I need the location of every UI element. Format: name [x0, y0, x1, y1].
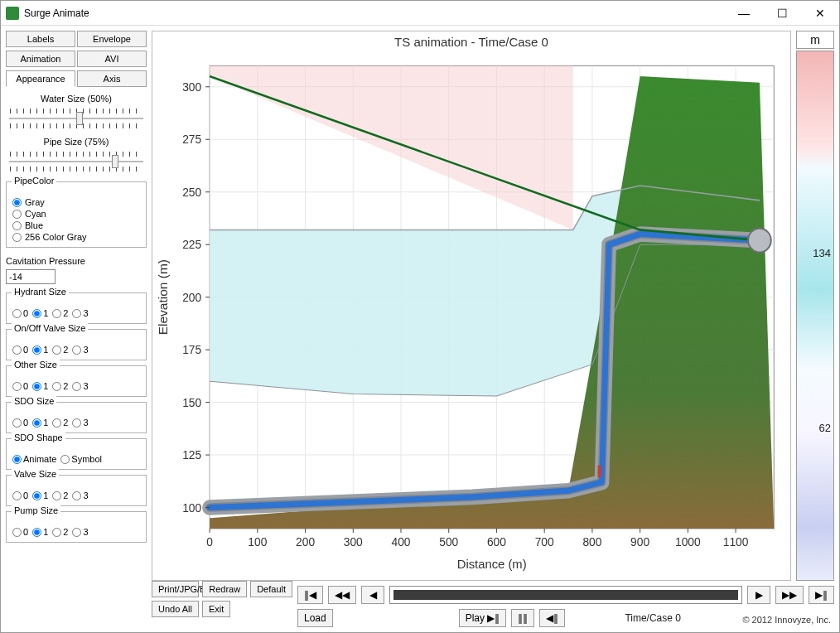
option-3[interactable]: 3: [71, 527, 88, 537]
option-1[interactable]: 1: [31, 308, 48, 318]
option-2[interactable]: 2: [51, 490, 68, 500]
timeline-scrubber[interactable]: [389, 586, 742, 604]
default-button[interactable]: Default: [250, 581, 292, 597]
pipecolor-option-cyan[interactable]: Cyan: [12, 209, 141, 219]
colorbar-label: 134: [813, 247, 831, 259]
cavitation-label: Cavitation Pressure: [6, 256, 147, 266]
option-2[interactable]: 2: [51, 381, 68, 391]
tab-avi[interactable]: AVI: [77, 51, 147, 67]
copyright-text: © 2012 Innovyze, Inc.: [742, 611, 834, 625]
chart: TS animation - Time/Case 0 0100200300400…: [152, 31, 791, 581]
load-button[interactable]: Load: [297, 609, 333, 627]
ff-button[interactable]: ▶▶: [775, 586, 804, 604]
tab-animation[interactable]: Animation: [6, 51, 75, 67]
svg-point-25: [748, 229, 771, 253]
titlebar: Surge Animate — ☐ ✕: [1, 1, 839, 26]
option-3[interactable]: 3: [71, 490, 88, 500]
pipecolor-option-gray[interactable]: Gray: [12, 197, 141, 207]
option-3[interactable]: 3: [71, 381, 88, 391]
svg-text:500: 500: [439, 534, 458, 548]
svg-text:1100: 1100: [723, 534, 749, 548]
pipecolor-option-256-color-gray[interactable]: 256 Color Gray: [12, 232, 141, 242]
option-0[interactable]: 0: [12, 308, 28, 318]
option-2[interactable]: 2: [51, 345, 68, 355]
svg-text:225: 225: [182, 238, 201, 251]
group-on-off-valve-size: On/Off Valve Size0123: [6, 329, 147, 360]
left-panel: Labels Envelope Animation AVI Appearance…: [6, 31, 147, 627]
svg-text:200: 200: [182, 291, 201, 304]
pipe-size-slider[interactable]: [6, 150, 147, 173]
minimize-button[interactable]: —: [725, 1, 763, 26]
time-case-status: Time/Case 0: [625, 612, 681, 624]
print-button[interactable]: Print/JPG/BMP: [152, 581, 199, 597]
svg-text:175: 175: [182, 343, 201, 356]
maximize-button[interactable]: ☐: [763, 1, 801, 26]
svg-text:300: 300: [182, 80, 201, 94]
group-pump-size: Pump Size0123: [6, 511, 147, 543]
rewind-button[interactable]: ◀◀: [328, 586, 356, 604]
last-button[interactable]: ▶‖: [809, 586, 834, 604]
prev-button[interactable]: ◀: [361, 586, 384, 604]
svg-text:100: 100: [182, 500, 201, 514]
option-1[interactable]: 1: [31, 381, 48, 391]
group-legend: Pump Size: [12, 505, 60, 515]
svg-text:700: 700: [535, 534, 554, 548]
play-button[interactable]: Play ▶‖: [459, 609, 507, 627]
option-0[interactable]: 0: [12, 527, 28, 537]
option-3[interactable]: 3: [71, 345, 88, 355]
water-size-label: Water Size (50%): [6, 94, 147, 104]
colorbar: m 13462: [796, 31, 834, 581]
next-button[interactable]: ▶: [747, 586, 770, 604]
svg-text:100: 100: [248, 534, 267, 548]
svg-text:0: 0: [206, 534, 213, 548]
option-3[interactable]: 3: [71, 418, 88, 428]
first-button[interactable]: ‖◀: [297, 586, 323, 604]
app-window: Surge Animate — ☐ ✕ Labels Envelope Anim…: [0, 0, 840, 633]
colorbar-unit: m: [796, 31, 834, 49]
option-2[interactable]: 2: [51, 418, 68, 428]
option-1[interactable]: 1: [31, 527, 48, 537]
svg-text:600: 600: [487, 534, 506, 548]
pipecolor-group: PipeColor Gray Cyan Blue 256 Color Gray: [6, 181, 147, 248]
tab-axis[interactable]: Axis: [77, 70, 147, 87]
svg-text:250: 250: [182, 186, 201, 199]
svg-text:1000: 1000: [675, 534, 701, 548]
undoall-button[interactable]: Undo All: [152, 601, 199, 617]
close-button[interactable]: ✕: [801, 1, 839, 26]
pause-button[interactable]: ‖‖: [511, 609, 534, 627]
option-1[interactable]: 1: [31, 418, 48, 428]
cavitation-input[interactable]: [6, 269, 56, 284]
svg-rect-26: [598, 466, 601, 477]
main-panel: TS animation - Time/Case 0 0100200300400…: [152, 31, 834, 627]
option-1[interactable]: 1: [31, 490, 48, 500]
stepback-button[interactable]: ◀‖: [539, 609, 565, 627]
option-0[interactable]: 0: [12, 381, 28, 391]
option-0[interactable]: 0: [12, 418, 28, 428]
option-3[interactable]: 3: [71, 308, 88, 318]
tab-labels[interactable]: Labels: [6, 31, 75, 47]
window-title: Surge Animate: [24, 7, 725, 19]
option-0[interactable]: 0: [12, 490, 28, 500]
option-2[interactable]: 2: [51, 527, 68, 537]
tab-appearance[interactable]: Appearance: [6, 70, 75, 87]
app-icon: [6, 7, 19, 20]
svg-text:800: 800: [582, 534, 601, 548]
option-0[interactable]: 0: [12, 345, 28, 355]
svg-text:900: 900: [630, 534, 649, 548]
pipecolor-option-blue[interactable]: Blue: [12, 220, 141, 230]
colorbar-label: 62: [819, 422, 831, 434]
option-animate[interactable]: Animate: [12, 454, 56, 464]
option-1[interactable]: 1: [31, 345, 48, 355]
exit-button[interactable]: Exit: [202, 601, 230, 617]
svg-text:150: 150: [182, 395, 201, 408]
option-2[interactable]: 2: [51, 308, 68, 318]
chart-canvas: 0100200300400500600700800900100011001001…: [152, 31, 790, 580]
redraw-button[interactable]: Redraw: [202, 581, 247, 597]
option-symbol[interactable]: Symbol: [60, 454, 102, 464]
water-size-slider[interactable]: [6, 107, 147, 130]
group-other-size: Other Size0123: [6, 365, 147, 397]
pipecolor-legend: PipeColor: [12, 176, 56, 186]
group-legend: SDO Size: [12, 396, 56, 406]
tab-envelope[interactable]: Envelope: [77, 31, 147, 47]
svg-text:Elevation (m): Elevation (m): [156, 259, 170, 335]
